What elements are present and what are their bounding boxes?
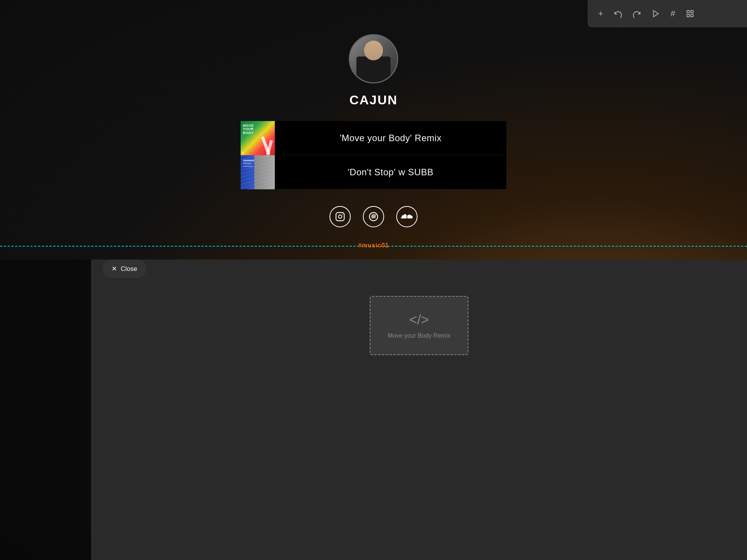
svg-rect-3 bbox=[687, 14, 689, 17]
svg-rect-2 bbox=[691, 11, 693, 13]
divider-line: #music01 bbox=[0, 246, 747, 246]
track-list: MOVEYOURBODY 2 'Move your Body' Remix bbox=[241, 121, 506, 189]
avatar bbox=[349, 34, 398, 83]
lower-panel: </> Move your Body Remix bbox=[91, 260, 747, 560]
redo-icon[interactable] bbox=[633, 9, 641, 18]
track-title-2: 'Don't Stop' w SUBB bbox=[275, 167, 506, 178]
toolbar: + # bbox=[588, 0, 747, 27]
track-item[interactable]: 'Don't Stop' w SUBB bbox=[241, 155, 506, 189]
left-dark-panel bbox=[0, 260, 91, 560]
close-x-icon: ✕ bbox=[112, 265, 117, 273]
main-content: CAJUN MOVEYOURBODY 2 'Move your Body' Re… bbox=[0, 0, 747, 227]
svg-point-7 bbox=[342, 214, 343, 215]
soundcloud-icon[interactable] bbox=[396, 206, 418, 227]
instagram-icon[interactable] bbox=[329, 206, 351, 227]
username: CAJUN bbox=[349, 93, 397, 107]
social-row bbox=[329, 206, 418, 227]
close-button[interactable]: ✕ Close bbox=[102, 260, 146, 278]
svg-rect-1 bbox=[687, 11, 689, 13]
track-title-1: 'Move your Body' Remix bbox=[275, 133, 506, 143]
svg-rect-4 bbox=[691, 14, 693, 17]
svg-point-6 bbox=[339, 215, 342, 219]
artwork-image-1: MOVEYOURBODY 2 bbox=[241, 121, 275, 155]
svg-point-8 bbox=[369, 212, 378, 221]
play-icon[interactable] bbox=[652, 9, 660, 18]
more-icon[interactable] bbox=[686, 9, 694, 18]
embed-preview: </> Move your Body Remix bbox=[370, 296, 468, 355]
divider-label: #music01 bbox=[355, 242, 392, 249]
svg-rect-5 bbox=[336, 212, 344, 221]
track-artwork-2 bbox=[241, 155, 275, 189]
add-icon[interactable]: + bbox=[598, 9, 603, 19]
track-item[interactable]: MOVEYOURBODY 2 'Move your Body' Remix bbox=[241, 121, 506, 155]
hash-icon[interactable]: # bbox=[671, 9, 675, 19]
spotify-icon[interactable] bbox=[363, 206, 384, 227]
code-icon: </> bbox=[409, 312, 429, 328]
close-label: Close bbox=[121, 265, 137, 273]
artwork-image-2 bbox=[241, 155, 275, 189]
track-artwork-1: MOVEYOURBODY 2 bbox=[241, 121, 275, 155]
divider-dashed: #music01 bbox=[0, 246, 747, 247]
svg-marker-0 bbox=[653, 11, 658, 17]
undo-icon[interactable] bbox=[614, 9, 622, 18]
embed-track-label: Move your Body Remix bbox=[388, 332, 450, 339]
avatar-image bbox=[350, 35, 397, 82]
